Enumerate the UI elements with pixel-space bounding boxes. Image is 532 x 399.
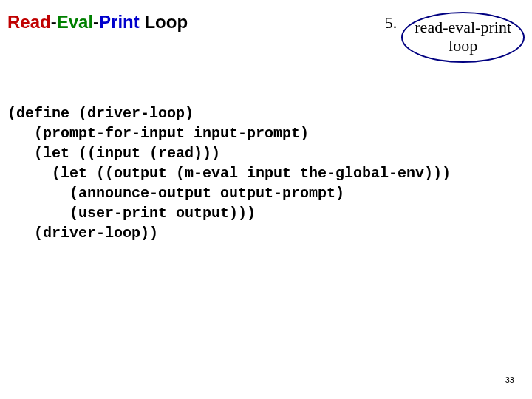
code-line: (driver-loop)) (7, 225, 158, 242)
badge-line-1: read-eval-print (415, 18, 511, 36)
code-line: (announce-output output-prompt) (7, 185, 344, 202)
page-number: 33 (505, 375, 514, 384)
slide-header: Read-Eval-Print Loop 5. read-eval-print … (0, 0, 532, 63)
step-badge-group: 5. read-eval-print loop (385, 12, 525, 63)
step-badge: read-eval-print loop (401, 12, 525, 63)
title-word-read: Read (7, 12, 51, 32)
badge-line-2: loop (415, 36, 511, 55)
code-line: (let ((input (read))) (7, 145, 220, 162)
title-word-print: Print (99, 12, 140, 32)
code-line: (define (driver-loop) (7, 105, 194, 122)
title-word-loop: Loop (140, 12, 188, 32)
code-block: (define (driver-loop) (prompt-for-input … (0, 63, 532, 243)
title-dash-2: - (93, 12, 99, 32)
code-line: (user-print output))) (7, 205, 256, 222)
slide-title: Read-Eval-Print Loop (7, 12, 370, 33)
code-line: (prompt-for-input input-prompt) (7, 125, 309, 142)
code-line: (let ((output (m-eval input the-global-e… (7, 165, 451, 182)
title-dash-1: - (51, 12, 57, 32)
step-number: 5. (385, 13, 398, 33)
title-word-eval: Eval (57, 12, 93, 32)
